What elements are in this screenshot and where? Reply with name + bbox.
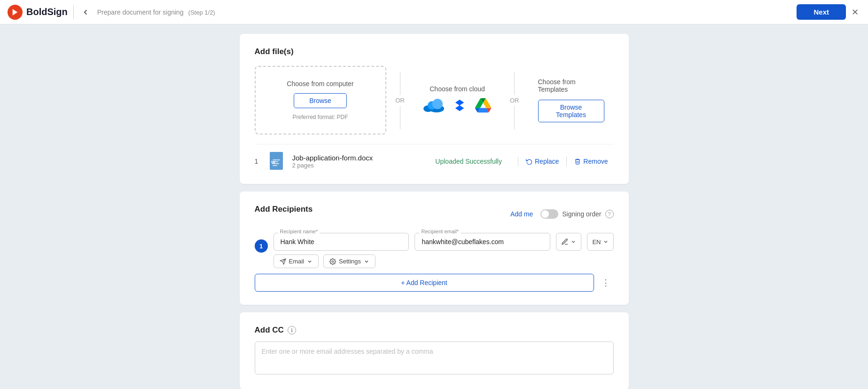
lang-chevron-icon: [603, 239, 609, 245]
browse-templates-button[interactable]: Browse Templates: [538, 100, 604, 122]
pen-icon: [561, 238, 569, 246]
signing-order-toggle[interactable]: [540, 209, 558, 219]
or-line2-top: [514, 71, 515, 95]
settings-icon: [329, 258, 336, 265]
recipient-name-label: Recipient name*: [278, 229, 320, 234]
svg-rect-14: [273, 165, 277, 166]
email-option-button[interactable]: Email: [274, 254, 319, 268]
cc-help-icon[interactable]: ℹ: [288, 326, 296, 334]
replace-button[interactable]: Replace: [520, 156, 564, 167]
file-pages: 2 pages: [292, 162, 429, 169]
add-recipients-card: Add Recipients Add me Signing order ? 1: [240, 191, 629, 305]
cloud-section: Choose from cloud: [414, 85, 500, 115]
add-recipient-button[interactable]: + Add Recipient: [255, 274, 594, 292]
recipient-fields: Recipient name* Recipient email*: [274, 233, 614, 268]
close-button[interactable]: ✕: [850, 5, 860, 19]
recipient-name-group: Recipient name*: [274, 233, 409, 251]
dropbox-svg: [452, 97, 468, 113]
header-step: (Step 1/2): [188, 9, 215, 16]
replace-icon: [526, 158, 532, 165]
recipient-number: 1: [255, 239, 268, 253]
preferred-format: Preferred format: PDF: [292, 114, 348, 120]
or-line-top: [400, 71, 400, 95]
file-icon: W: [269, 152, 286, 171]
svg-marker-6: [455, 100, 464, 105]
or-text-1: OR: [396, 97, 405, 104]
cc-header: Add CC ℹ: [255, 325, 614, 335]
recipient-options: Email Settings: [274, 254, 614, 268]
add-files-title: Add file(s): [255, 47, 614, 56]
chevron-down-icon: [571, 239, 576, 245]
file-number: 1: [255, 158, 262, 165]
onedrive-icon[interactable]: [423, 98, 444, 114]
back-button[interactable]: [79, 6, 92, 18]
upload-status: Uploaded Successfully: [435, 158, 502, 165]
logo: BoldSign: [8, 5, 68, 20]
recipient-inputs: Recipient name* Recipient email*: [274, 233, 614, 251]
main-content: Add file(s) Choose from computer Browse …: [232, 24, 636, 389]
recipient-email-input[interactable]: [414, 233, 550, 251]
or-line-bottom: [400, 106, 400, 129]
templates-label: Choose from Templates: [538, 78, 604, 93]
file-upload-row: Choose from computer Browse Preferred fo…: [255, 66, 614, 135]
svg-rect-13: [273, 163, 279, 164]
app-header: BoldSign Prepare document for signing (S…: [0, 0, 868, 24]
cc-email-input[interactable]: [255, 341, 614, 374]
templates-section: Choose from Templates Browse Templates: [529, 78, 614, 122]
upload-from-computer-box: Choose from computer Browse Preferred fo…: [255, 66, 386, 135]
or-line2-bottom: [514, 106, 515, 129]
or-divider-1: OR: [386, 71, 414, 129]
header-left: BoldSign Prepare document for signing (S…: [8, 5, 215, 20]
settings-chevron-icon: [364, 259, 369, 264]
add-cc-card: Add CC ℹ: [240, 312, 629, 389]
recipients-header: Add Recipients Add me Signing order ?: [255, 205, 614, 223]
lang-value: EN: [592, 238, 601, 246]
language-selector[interactable]: EN: [587, 233, 613, 251]
svg-rect-12: [273, 161, 278, 162]
replace-label: Replace: [535, 158, 559, 165]
action-separator: [518, 157, 518, 166]
add-files-card: Add file(s) Choose from computer Browse …: [240, 34, 629, 184]
pen-options-button[interactable]: [556, 233, 581, 251]
back-icon: [81, 8, 90, 16]
settings-option-button[interactable]: Settings: [323, 254, 375, 268]
dropbox-icon[interactable]: [452, 97, 468, 115]
file-name: Job-application-form.docx: [292, 154, 429, 162]
toggle-knob: [541, 210, 549, 218]
or-text-2: OR: [510, 97, 519, 104]
file-actions: Replace Remove: [516, 156, 614, 167]
file-info: Job-application-form.docx 2 pages: [292, 154, 429, 169]
svg-marker-7: [455, 105, 464, 111]
gdrive-svg: [475, 97, 491, 113]
add-me-button[interactable]: Add me: [510, 210, 533, 218]
email-chevron-icon: [307, 259, 313, 264]
svg-point-4: [432, 99, 443, 109]
recipients-title: Add Recipients: [255, 205, 313, 214]
logo-text: BoldSign: [26, 7, 68, 17]
remove-button[interactable]: Remove: [569, 156, 613, 167]
header-title-text: Prepare document for signing: [97, 8, 184, 16]
more-options-button[interactable]: ⋮: [598, 276, 614, 290]
action-separator-2: [566, 157, 567, 166]
header-right: Next ✕: [797, 4, 860, 20]
recipient-name-input[interactable]: [274, 233, 409, 251]
upload-computer-label: Choose from computer: [287, 80, 353, 87]
recipient-email-label: Recipient email*: [419, 229, 460, 234]
svg-point-17: [332, 261, 334, 262]
signing-order-label: Signing order: [562, 210, 601, 218]
recipient-email-group: Recipient email*: [414, 233, 550, 251]
uploaded-file-row: 1 W Job-application-form.docx 2 pages Up…: [255, 144, 614, 171]
remove-icon: [574, 158, 581, 165]
cloud-label: Choose from cloud: [430, 85, 485, 93]
cc-title: Add CC: [255, 325, 284, 335]
svg-rect-11: [273, 159, 280, 160]
browse-button[interactable]: Browse: [294, 93, 347, 108]
help-icon[interactable]: ?: [605, 210, 614, 218]
remove-label: Remove: [583, 158, 608, 165]
google-drive-icon[interactable]: [475, 97, 491, 115]
settings-option-label: Settings: [339, 258, 361, 265]
svg-marker-0: [13, 9, 18, 16]
signing-order: Signing order ?: [540, 209, 613, 219]
logo-icon: [8, 5, 23, 20]
next-button[interactable]: Next: [797, 4, 846, 20]
